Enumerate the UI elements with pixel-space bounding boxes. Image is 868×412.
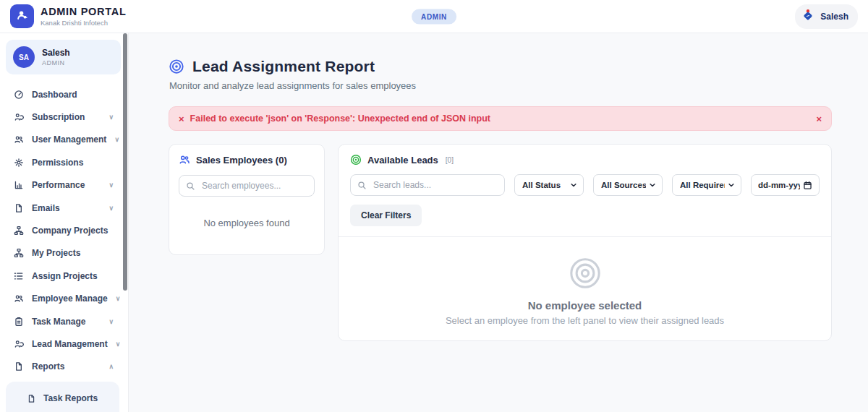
users-icon [13, 339, 24, 349]
document-icon [13, 203, 24, 213]
chevron-down-icon: ∨ [109, 205, 114, 212]
employees-empty-text: No employees found [179, 218, 315, 228]
sidebar-item-dashboard[interactable]: Dashboard [6, 83, 121, 106]
sidebar-item-permissions[interactable]: Permissions [6, 151, 121, 173]
sidebar-item-label: Lead Management [32, 339, 108, 349]
users-icon [179, 154, 190, 166]
sidebar-item-company-projects[interactable]: Company Projects [6, 219, 121, 241]
sources-filter-select[interactable]: All Sources [593, 174, 663, 196]
sidebar-nav: Dashboard Subscription ∨ User Management… [6, 74, 121, 378]
chevron-down-icon: ∨ [109, 181, 114, 189]
sidebar-item-label: Assign Projects [32, 271, 114, 281]
sidebar-item-label: Emails [32, 203, 101, 213]
app-header: ADMIN PORTAL Kanak Drishti Infotech ADMI… [0, 0, 868, 33]
date-filter-input[interactable]: dd-mm-yyyy [751, 174, 820, 196]
leads-search-input[interactable] [372, 179, 498, 191]
chevron-down-icon [649, 181, 656, 189]
chevron-down-icon: ∨ [116, 295, 121, 302]
sidebar-item-label: Employee Manage [32, 293, 108, 304]
sidebar-item-reports[interactable]: Reports ∧ [6, 356, 121, 378]
chevron-down-icon: ∨ [116, 340, 121, 348]
bar-chart-icon [13, 180, 24, 190]
sidebar-item-task-manage[interactable]: Task Manage ∨ [6, 310, 121, 332]
chevron-down-icon: ∨ [109, 318, 114, 325]
admin-role-badge: ADMIN [412, 9, 456, 24]
chevron-up-icon: ∧ [109, 363, 114, 370]
users-icon [13, 134, 24, 145]
sidebar-item-label: Company Projects [32, 226, 114, 236]
requirements-filter-select[interactable]: All Requirements [672, 174, 741, 196]
sidebar-item-label: Performance [32, 180, 101, 190]
sidebar-item-my-projects[interactable]: My Projects [6, 242, 121, 265]
page-title: Lead Assignment Report [192, 58, 375, 75]
sidebar-item-label: My Projects [32, 248, 114, 258]
sidebar-user-role: ADMIN [42, 59, 70, 66]
chevron-down-icon [728, 181, 735, 189]
clear-filters-button[interactable]: Clear Filters [350, 205, 422, 226]
leads-panel-title: Available Leads [367, 155, 438, 166]
bullseye-icon [169, 59, 184, 74]
sidebar-item-lead-management[interactable]: Lead Management ∨ [6, 332, 121, 355]
date-filter-value: dd-mm-yyyy [758, 181, 800, 189]
document-icon [13, 361, 24, 372]
leads-search [350, 174, 505, 196]
sidebar-scrollbar[interactable] [123, 33, 127, 291]
gear-icon [13, 158, 24, 168]
user-menu-button[interactable]: Salesh [795, 4, 858, 29]
bullseye-icon [350, 154, 362, 166]
requirements-filter-value: All Requirements [680, 181, 725, 189]
sidebar-user-card[interactable]: SA Salesh ADMIN [6, 40, 121, 74]
clipboard-icon [13, 317, 24, 327]
sidebar-item-label: Dashboard [32, 90, 114, 100]
user-name: Salesh [820, 12, 848, 22]
avatar: SA [13, 46, 35, 68]
chevron-down-icon: ∨ [114, 136, 119, 143]
employee-search-input[interactable] [200, 180, 307, 192]
document-icon [26, 394, 37, 403]
main-content: Lead Assignment Report Monitor and analy… [129, 33, 868, 412]
close-icon[interactable]: × [816, 114, 822, 124]
brand-title: ADMIN PORTAL [41, 6, 126, 18]
page-subtitle: Monitor and analyze lead assignments for… [169, 80, 832, 91]
sidebar-item-task-reports[interactable]: Task Reports [6, 382, 119, 412]
sidebar-item-label: Subscription [32, 112, 101, 122]
chevron-down-icon [570, 181, 577, 189]
subscription-icon [13, 112, 24, 122]
leads-empty-subtitle: Select an employee from the left panel t… [339, 315, 831, 326]
status-filter-value: All Status [522, 181, 561, 189]
search-icon [186, 181, 195, 191]
error-x-icon: × [179, 114, 184, 124]
sidebar-item-subscription[interactable]: Subscription ∨ [6, 106, 121, 128]
sales-employees-panel: Sales Employees (0) No employees found [169, 144, 325, 255]
sidebar-item-emails[interactable]: Emails ∨ [6, 197, 121, 219]
leads-empty-state: No employee selected Select an employee … [339, 237, 831, 340]
brand: ADMIN PORTAL Kanak Drishti Infotech [10, 4, 126, 28]
sidebar: SA Salesh ADMIN Dashboard Subscription ∨ [0, 33, 129, 412]
employees-panel-title: Sales Employees (0) [196, 155, 287, 166]
status-filter-select[interactable]: All Status [514, 174, 584, 196]
chevron-down-icon: ∨ [109, 113, 114, 121]
person-badge-icon [16, 9, 29, 25]
users-icon [13, 293, 24, 304]
sidebar-item-label: User Management [32, 134, 106, 145]
sidebar-item-label: Task Reports [43, 393, 112, 403]
sitemap-icon [13, 226, 24, 236]
search-icon [357, 181, 367, 190]
sidebar-item-label: Permissions [32, 158, 114, 168]
sources-filter-value: All Sources [601, 181, 646, 189]
sitemap-icon [13, 248, 24, 258]
sidebar-item-employee-manage[interactable]: Employee Manage ∨ [6, 288, 121, 310]
sidebar-user-name: Salesh [42, 48, 70, 58]
available-leads-panel: Available Leads [0] All Status [338, 144, 832, 341]
bullseye-icon [339, 257, 831, 290]
sidebar-item-performance[interactable]: Performance ∨ [6, 174, 121, 197]
company-diamond-icon [801, 8, 815, 25]
calendar-icon [803, 181, 812, 190]
dashboard-icon [13, 90, 24, 100]
sidebar-item-user-management[interactable]: User Management ∨ [6, 129, 121, 151]
leads-count-badge: [0] [446, 156, 454, 164]
list-icon [13, 271, 24, 281]
brand-subtitle: Kanak Drishti Infotech [41, 19, 126, 27]
sidebar-item-assign-projects[interactable]: Assign Projects [6, 265, 121, 287]
error-alert: × Failed to execute 'json' on 'Response'… [169, 106, 832, 131]
